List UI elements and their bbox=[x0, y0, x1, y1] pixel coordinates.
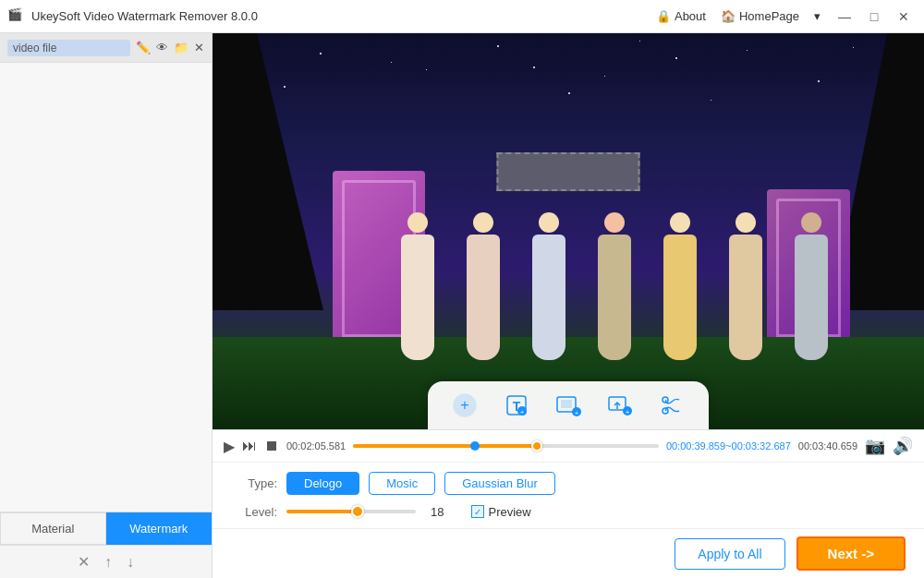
eye-icon[interactable]: 👁 bbox=[156, 41, 168, 54]
titlebar-nav: 🔒 About 🏠 HomePage ▾ bbox=[656, 9, 821, 23]
figure-5 bbox=[661, 212, 700, 360]
add-region-button[interactable]: + bbox=[446, 389, 483, 422]
screenshot-button[interactable]: 📷 bbox=[865, 436, 885, 456]
type-gaussian-blur-button[interactable]: Gaussian Blur bbox=[444, 472, 555, 495]
svg-rect-7 bbox=[561, 400, 572, 408]
options-bar: Type: Delogo Mosic Gaussian Blur Level: … bbox=[213, 462, 924, 528]
level-row: Level: 18 ✓ Preview bbox=[231, 504, 906, 519]
image-tool-icon: + bbox=[555, 392, 581, 418]
figure-2 bbox=[463, 212, 503, 360]
apply-all-button[interactable]: Apply to All bbox=[675, 538, 784, 570]
add-region-icon: + bbox=[452, 392, 478, 418]
level-value: 18 bbox=[431, 505, 444, 519]
level-label: Level: bbox=[231, 505, 277, 519]
play-button[interactable]: ▶ bbox=[224, 438, 235, 455]
folder-icon[interactable]: 📁 bbox=[174, 41, 188, 54]
watermark-selection-box[interactable] bbox=[497, 152, 640, 191]
preview-checkbox[interactable]: ✓ Preview bbox=[471, 505, 530, 519]
scissors-icon bbox=[659, 392, 685, 418]
step-forward-button[interactable]: ⏭ bbox=[242, 438, 257, 454]
checkbox-indicator: ✓ bbox=[471, 505, 484, 518]
image-tool-button[interactable]: + bbox=[550, 389, 587, 422]
stop-button[interactable]: ⏹ bbox=[264, 438, 279, 454]
maximize-button[interactable]: □ bbox=[861, 4, 887, 30]
homepage-link[interactable]: 🏠 HomePage bbox=[721, 9, 799, 23]
figures bbox=[397, 175, 832, 360]
tab-material[interactable]: Material bbox=[0, 512, 106, 545]
level-slider[interactable] bbox=[286, 504, 416, 519]
main-layout: video file ✏️ 👁 📁 ✕ Material Watermark ✕… bbox=[0, 33, 924, 578]
sidebar: video file ✏️ 👁 📁 ✕ Material Watermark ✕… bbox=[0, 33, 213, 578]
type-delogo-button[interactable]: Delogo bbox=[286, 472, 359, 495]
move-down-button[interactable]: ↓ bbox=[127, 554, 134, 571]
text-tool-button[interactable]: T + bbox=[498, 389, 535, 422]
title-bar: 🎬 UkeySoft Video Watermark Remover 8.0.0… bbox=[0, 0, 924, 33]
next-button[interactable]: Next -> bbox=[796, 536, 906, 571]
current-time-label: 00:02:05.581 bbox=[286, 440, 346, 452]
svg-text:+: + bbox=[626, 408, 630, 416]
home-icon: 🏠 bbox=[721, 9, 736, 23]
video-player[interactable]: + T + + bbox=[213, 33, 924, 429]
playback-row: ▶ ⏭ ⏹ 00:02:05.581 00:00:39.859~00:03:32… bbox=[224, 436, 913, 456]
video-scene bbox=[213, 33, 924, 429]
sidebar-toolbar: ✕ ↑ ↓ bbox=[0, 545, 212, 578]
range-marker bbox=[470, 441, 480, 451]
controls-bar: ▶ ⏭ ⏹ 00:02:05.581 00:00:39.859~00:03:32… bbox=[213, 429, 924, 462]
close-button[interactable]: ✕ bbox=[891, 4, 917, 30]
type-mosic-button[interactable]: Mosic bbox=[369, 472, 435, 495]
figure-6 bbox=[726, 212, 766, 360]
progress-bar[interactable] bbox=[353, 440, 659, 452]
tab-watermark[interactable]: Watermark bbox=[106, 512, 213, 545]
type-row: Type: Delogo Mosic Gaussian Blur bbox=[231, 472, 906, 495]
lock-icon: 🔒 bbox=[656, 9, 671, 23]
svg-text:+: + bbox=[575, 409, 579, 417]
export-icon: + bbox=[607, 392, 633, 418]
sidebar-tabs: Material Watermark bbox=[0, 512, 212, 545]
tool-overlay: + T + + bbox=[428, 381, 709, 429]
pencil-icon[interactable]: ✏️ bbox=[136, 41, 151, 54]
file-name: video file bbox=[7, 40, 130, 56]
progress-thumb[interactable] bbox=[531, 440, 542, 452]
type-label: Type: bbox=[231, 476, 277, 490]
svg-text:+: + bbox=[460, 397, 468, 413]
app-logo: 🎬 bbox=[7, 7, 26, 26]
dropdown-arrow[interactable]: ▾ bbox=[814, 9, 821, 23]
scissors-button[interactable] bbox=[653, 389, 690, 422]
figure-1 bbox=[397, 212, 437, 360]
sidebar-content bbox=[0, 63, 212, 512]
text-tool-icon: T + bbox=[504, 392, 529, 418]
sidebar-file-bar: video file ✏️ 👁 📁 ✕ bbox=[0, 33, 212, 63]
volume-button[interactable]: 🔊 bbox=[893, 436, 913, 456]
action-bar: Apply to All Next -> bbox=[213, 528, 924, 578]
video-area: + T + + bbox=[213, 33, 924, 578]
close-file-icon[interactable]: ✕ bbox=[194, 41, 204, 54]
window-controls: — □ ✕ bbox=[832, 4, 917, 30]
svg-text:+: + bbox=[520, 408, 525, 416]
progress-fill bbox=[353, 444, 536, 448]
figure-4 bbox=[594, 212, 634, 360]
time-range-label: 00:00:39.859~00:03:32.687 bbox=[666, 440, 791, 452]
export-button[interactable]: + bbox=[602, 389, 638, 422]
move-up-button[interactable]: ↑ bbox=[104, 554, 112, 571]
minimize-button[interactable]: — bbox=[832, 4, 857, 30]
about-link[interactable]: 🔒 About bbox=[656, 9, 706, 23]
progress-track bbox=[353, 444, 659, 448]
figure-7 bbox=[792, 212, 832, 360]
figure-3 bbox=[529, 212, 568, 360]
delete-item-button[interactable]: ✕ bbox=[78, 553, 90, 571]
level-thumb[interactable] bbox=[351, 505, 364, 518]
app-title: UkeySoft Video Watermark Remover 8.0.0 bbox=[31, 9, 656, 23]
end-time-label: 00:03:40.659 bbox=[798, 440, 857, 452]
